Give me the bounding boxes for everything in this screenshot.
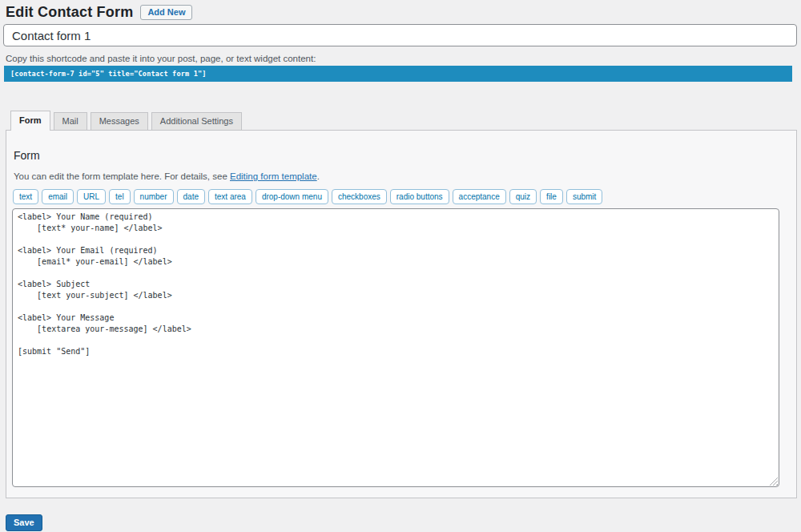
panel-description-text: You can edit the form template here. For… [14,171,230,181]
tag-button-submit[interactable]: submit [566,189,602,204]
tag-button-text[interactable]: text [13,189,38,204]
tag-button-file[interactable]: file [540,189,563,204]
shortcode-section: Copy this shortcode and paste it into yo… [3,54,797,82]
editor-tabs: Form Mail Messages Additional Settings [10,111,797,130]
tab-form[interactable]: Form [10,111,50,131]
tag-button-date[interactable]: date [177,189,205,204]
page-header: Edit Contact Form Add New [6,2,797,22]
form-title-input[interactable] [3,24,797,46]
shortcode-field[interactable]: [contact-form-7 id="5" title="Contact fo… [4,66,792,82]
form-panel: Form You can edit the form template here… [6,130,797,498]
editing-form-template-link[interactable]: Editing form template [230,171,317,181]
panel-description: You can edit the form template here. For… [14,171,780,182]
page-title: Edit Contact Form [6,4,133,21]
tag-button-tel[interactable]: tel [109,189,131,204]
shortcode-hint: Copy this shortcode and paste it into yo… [6,54,797,63]
tag-button-radio-buttons[interactable]: radio buttons [390,189,449,204]
tag-button-acceptance[interactable]: acceptance [453,189,506,204]
tab-mail[interactable]: Mail [54,112,87,130]
tag-button-checkboxes[interactable]: checkboxes [332,189,387,204]
tab-messages[interactable]: Messages [91,112,148,130]
tag-button-url[interactable]: URL [77,189,106,204]
tag-button-quiz[interactable]: quiz [509,189,537,204]
tag-button-number[interactable]: number [134,189,174,204]
tag-button-text-area[interactable]: text area [208,189,252,204]
tag-generator-toolbar: text email URL tel number date text area… [13,189,780,204]
tag-button-drop-down-menu[interactable]: drop-down menu [256,189,328,204]
tab-additional-settings[interactable]: Additional Settings [151,112,242,130]
panel-description-period: . [317,171,320,181]
form-template-editor[interactable]: <label> Your Name (required) [text* your… [12,208,779,487]
form-template-editor-wrap: <label> Your Name (required) [text* your… [12,208,779,487]
tag-button-email[interactable]: email [42,189,74,204]
edit-contact-form-page: Edit Contact Form Add New Copy this shor… [0,0,801,531]
panel-heading: Form [14,148,780,163]
add-new-button[interactable]: Add New [140,5,192,20]
save-button[interactable]: Save [6,514,42,531]
